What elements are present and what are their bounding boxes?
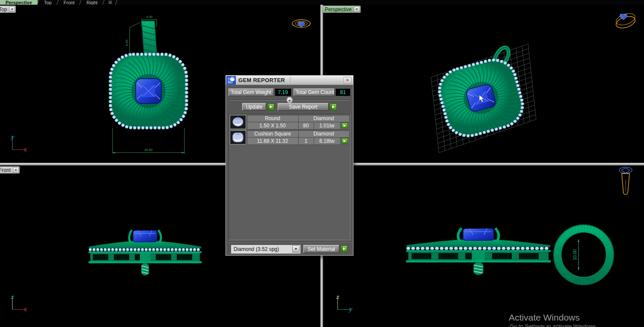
gem-size: 1.50 X 1.50 <box>247 122 299 130</box>
set-material-arrow-button[interactable]: ▶ <box>341 245 347 252</box>
gem-material: Diamond <box>298 115 350 122</box>
gem-shape: Round <box>247 115 299 122</box>
new-viewport-tab-icon[interactable]: ⊞ <box>104 0 116 5</box>
activate-windows-watermark: Activate Windows <box>509 312 580 323</box>
viewport-title-front[interactable]: Front ▼ <box>0 166 20 174</box>
save-report-button[interactable]: Save Report <box>278 103 329 111</box>
total-gem-weight-label: Total Gem Weight <box>229 88 274 96</box>
material-select[interactable]: Diamond (3.52 spg) ▼ <box>231 245 300 253</box>
gem-reporter-icon <box>226 76 236 85</box>
gem-material: Diamond <box>298 130 350 138</box>
viewport-perspective[interactable] <box>323 5 644 163</box>
tab-perspective[interactable]: Perspective <box>0 0 38 5</box>
gem-size: 11.68 X 11.32 <box>247 137 299 145</box>
round-gem-thumbnail <box>230 115 246 129</box>
total-gem-count-value: 81 <box>335 88 350 96</box>
gem-row[interactable]: Round Diamond 1.50 X 1.50 80 1.01tw ▶ <box>230 115 349 129</box>
chevron-down-icon[interactable]: ▼ <box>354 6 360 12</box>
gem-list: Round Diamond 1.50 X 1.50 80 1.01tw ▶ <box>229 114 350 240</box>
viewport-title-top[interactable]: Top ▼ <box>0 6 16 13</box>
gem-weight: 1.01tw <box>314 122 341 130</box>
application-window: 4.90 9.65 40.50 y x <box>0 0 644 327</box>
gem-shape: Cushion Square <box>247 130 299 138</box>
chevron-down-icon[interactable]: ▼ <box>13 167 19 173</box>
material-bar: Diamond (3.52 spg) ▼ Set Material ▶ <box>226 242 353 256</box>
chevron-down-icon[interactable]: ▼ <box>9 6 15 12</box>
set-material-button[interactable]: Set Material <box>303 245 339 253</box>
gem-weight: 6.18tw <box>314 137 341 145</box>
update-button[interactable]: Update <box>242 103 266 111</box>
viewport-title-perspective[interactable]: Perspective ▼ <box>322 6 361 13</box>
cushion-gem-thumbnail <box>230 130 246 144</box>
update-arrow-button[interactable]: ▶ <box>267 103 274 110</box>
dialog-titlebar[interactable]: GEM REPORTER ✕ <box>226 76 353 85</box>
tab-right[interactable]: Right <box>81 0 103 5</box>
row-detail-button[interactable]: ▶ <box>341 138 348 144</box>
titlebar-divider <box>290 77 291 84</box>
close-icon[interactable]: ✕ <box>344 77 351 83</box>
total-gem-weight-value: 7.19 <box>275 88 291 96</box>
panel-splitter: ▲ <box>229 100 350 100</box>
gem-row[interactable]: Cushion Square Diamond 11.68 X 11.32 1 6… <box>230 130 349 144</box>
dialog-title: GEM REPORTER <box>238 77 285 83</box>
row-detail-button[interactable]: ▶ <box>341 123 348 128</box>
tab-front[interactable]: Front <box>58 0 80 5</box>
dropdown-arrow-icon[interactable]: ▼ <box>292 245 300 253</box>
viewport-tab-bar: Perspective Top Front Right ⊞ <box>0 0 644 5</box>
viewport-right[interactable] <box>323 165 644 327</box>
collapse-handle[interactable]: ▲ <box>286 97 293 103</box>
gem-reporter-dialog: GEM REPORTER ✕ Total Gem Weight 7.19 Tot… <box>226 75 353 256</box>
activate-windows-watermark-line2: Go to Settings to activate Windows <box>510 323 596 327</box>
save-report-arrow-button[interactable]: ▶ <box>330 103 337 110</box>
total-gem-count-label: Total Gem Count <box>294 88 335 96</box>
totals-row: Total Gem Weight 7.19 Total Gem Count 81 <box>229 88 350 96</box>
tab-top[interactable]: Top <box>39 0 57 5</box>
gem-count: 80 <box>298 122 314 130</box>
gem-count: 1 <box>298 137 314 145</box>
